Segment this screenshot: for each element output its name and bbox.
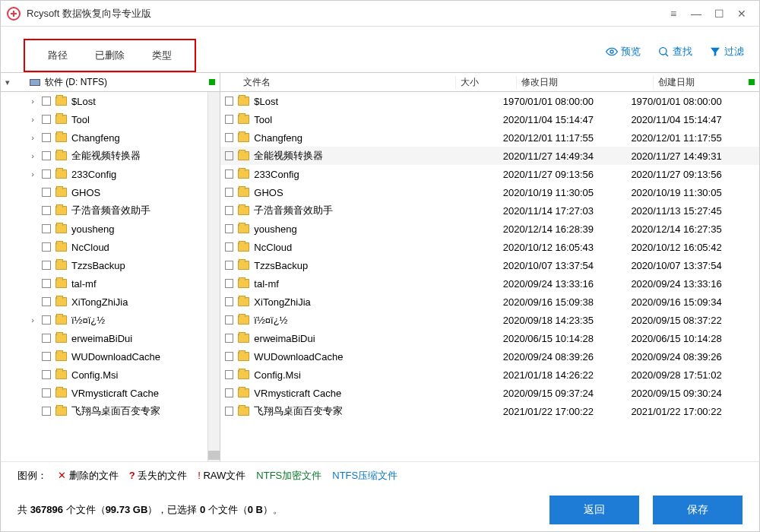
tree-item-checkbox[interactable] bbox=[42, 169, 51, 179]
tree-item-checkbox[interactable] bbox=[42, 115, 51, 124]
tree-item-checkbox[interactable] bbox=[42, 224, 51, 233]
row-checkbox[interactable] bbox=[225, 315, 233, 325]
tree-item-checkbox[interactable] bbox=[42, 133, 51, 142]
col-header-size[interactable]: 大小 bbox=[456, 76, 517, 89]
tree-item-checkbox[interactable] bbox=[42, 97, 51, 106]
maximize-button[interactable]: ☐ bbox=[708, 8, 730, 20]
tree-item[interactable]: WUDownloadCache bbox=[1, 347, 207, 366]
table-row[interactable]: 飞翔鸟桌面百变专家2021/01/22 17:00:222021/01/22 1… bbox=[220, 402, 759, 420]
row-checkbox[interactable] bbox=[225, 133, 233, 142]
tree-item-checkbox[interactable] bbox=[42, 334, 51, 343]
expand-icon[interactable]: › bbox=[28, 315, 37, 325]
tree-item[interactable]: tal-mf bbox=[1, 274, 207, 293]
tree-item[interactable]: XiTongZhiJia bbox=[1, 293, 207, 311]
expand-icon[interactable]: › bbox=[28, 97, 37, 106]
tree-body[interactable]: ›$Lost›Tool›Changfeng›全能视频转换器›233ConfigG… bbox=[1, 92, 207, 461]
table-row[interactable]: $Lost1970/01/01 08:00:001970/01/01 08:00… bbox=[220, 92, 759, 110]
minimize-button[interactable]: — bbox=[685, 8, 708, 20]
tree-item[interactable]: GHOS bbox=[1, 183, 207, 201]
tree-item-checkbox[interactable] bbox=[42, 297, 51, 306]
tree-item[interactable]: ›Tool bbox=[1, 110, 207, 128]
table-row[interactable]: VRmysticraft Cache2020/09/15 09:37:24202… bbox=[220, 384, 759, 402]
row-checkbox[interactable] bbox=[225, 334, 233, 343]
tree-item-checkbox[interactable] bbox=[42, 370, 51, 379]
tree-item[interactable]: TzzsBackup bbox=[1, 256, 207, 274]
table-row[interactable]: tal-mf2020/09/24 13:33:162020/09/24 13:3… bbox=[220, 274, 759, 293]
tree-item-checkbox[interactable] bbox=[42, 261, 51, 270]
table-row[interactable]: GHOS2020/10/19 11:30:052020/10/19 11:30:… bbox=[220, 183, 759, 201]
tree-item-checkbox[interactable] bbox=[42, 279, 51, 288]
table-row[interactable]: Changfeng2020/12/01 11:17:552020/12/01 1… bbox=[220, 128, 759, 147]
tree-item-checkbox[interactable] bbox=[42, 151, 51, 160]
tree-root-row[interactable]: ▾ 软件 (D: NTFS) bbox=[1, 73, 220, 92]
table-row[interactable]: WUDownloadCache2020/09/24 08:39:262020/0… bbox=[220, 347, 759, 366]
tree-item[interactable]: ›233Config bbox=[1, 165, 207, 183]
table-row[interactable]: 全能视频转换器2020/11/27 14:49:342020/11/27 14:… bbox=[220, 147, 759, 165]
tab-type[interactable]: 类型 bbox=[138, 49, 185, 62]
table-row[interactable]: 子浩音频音效助手2020/11/14 17:27:032020/11/13 15… bbox=[220, 201, 759, 220]
expand-icon[interactable]: › bbox=[28, 115, 37, 124]
row-checkbox[interactable] bbox=[225, 407, 233, 416]
filter-button[interactable]: 过滤 bbox=[709, 45, 744, 59]
tree-item[interactable]: Config.Msi bbox=[1, 366, 207, 384]
table-row[interactable]: XiTongZhiJia2020/09/16 15:09:382020/09/1… bbox=[220, 293, 759, 311]
tree-item[interactable]: VRmysticraft Cache bbox=[1, 384, 207, 402]
tree-scroll-thumb[interactable] bbox=[208, 451, 220, 460]
row-checkbox[interactable] bbox=[225, 224, 233, 233]
tree-item-checkbox[interactable] bbox=[42, 407, 51, 416]
tree-item[interactable]: ›ï½¤ï¿½ bbox=[1, 311, 207, 329]
tree-item-checkbox[interactable] bbox=[42, 388, 51, 397]
col-header-modified[interactable]: 修改日期 bbox=[517, 76, 654, 89]
tree-item-checkbox[interactable] bbox=[42, 352, 51, 361]
table-row[interactable]: ï½¤ï¿½2020/09/18 14:23:352020/09/15 08:3… bbox=[220, 311, 759, 329]
tree-item[interactable]: ›$Lost bbox=[1, 92, 207, 110]
tree-item-checkbox[interactable] bbox=[42, 315, 51, 325]
row-checkbox[interactable] bbox=[225, 169, 233, 179]
tree-item[interactable]: NcCloud bbox=[1, 238, 207, 256]
tree-item-checkbox[interactable] bbox=[42, 242, 51, 252]
expand-icon[interactable]: › bbox=[28, 133, 37, 142]
preview-button[interactable]: 预览 bbox=[606, 45, 641, 59]
table-row[interactable]: yousheng2020/12/14 16:28:392020/12/14 16… bbox=[220, 220, 759, 238]
table-row[interactable]: 233Config2020/11/27 09:13:562020/11/27 0… bbox=[220, 165, 759, 183]
col-header-created[interactable]: 创建日期 bbox=[654, 76, 749, 89]
row-checkbox[interactable] bbox=[225, 151, 233, 160]
row-checkbox[interactable] bbox=[225, 279, 233, 288]
tree-item[interactable]: 飞翔鸟桌面百变专家 bbox=[1, 402, 207, 420]
row-checkbox[interactable] bbox=[225, 297, 233, 306]
row-checkbox[interactable] bbox=[225, 97, 233, 106]
save-button[interactable]: 保存 bbox=[653, 496, 743, 524]
row-checkbox[interactable] bbox=[225, 115, 233, 124]
row-checkbox[interactable] bbox=[225, 206, 233, 215]
tree-collapse-icon[interactable]: ▾ bbox=[5, 78, 10, 87]
back-button[interactable]: 返回 bbox=[549, 496, 639, 524]
tree-scrollbar[interactable] bbox=[207, 92, 220, 461]
row-checkbox[interactable] bbox=[225, 352, 233, 361]
table-row[interactable]: TzzsBackup2020/10/07 13:37:542020/10/07 … bbox=[220, 256, 759, 274]
row-checkbox[interactable] bbox=[225, 388, 233, 397]
table-row[interactable]: Config.Msi2021/01/18 14:26:222020/09/28 … bbox=[220, 366, 759, 384]
tree-item[interactable]: erweimaBiDui bbox=[1, 329, 207, 347]
table-row[interactable]: erweimaBiDui2020/06/15 10:14:282020/06/1… bbox=[220, 329, 759, 347]
col-header-name[interactable]: 文件名 bbox=[239, 76, 456, 89]
table-row[interactable]: Tool2020/11/04 15:14:472020/11/04 15:14:… bbox=[220, 110, 759, 128]
menu-button[interactable]: ≡ bbox=[662, 8, 685, 20]
row-checkbox[interactable] bbox=[225, 188, 233, 197]
tree-item[interactable]: ›Changfeng bbox=[1, 128, 207, 147]
table-row[interactable]: NcCloud2020/10/12 16:05:432020/10/12 16:… bbox=[220, 238, 759, 256]
tree-item[interactable]: ›全能视频转换器 bbox=[1, 147, 207, 165]
tree-item[interactable]: yousheng bbox=[1, 220, 207, 238]
tree-item-checkbox[interactable] bbox=[42, 188, 51, 197]
row-checkbox[interactable] bbox=[225, 242, 233, 252]
tab-deleted[interactable]: 已删除 bbox=[81, 49, 138, 62]
row-checkbox[interactable] bbox=[225, 261, 233, 270]
row-checkbox[interactable] bbox=[225, 370, 233, 379]
tree-item-checkbox[interactable] bbox=[42, 206, 51, 215]
expand-icon[interactable]: › bbox=[28, 169, 37, 179]
tree-item[interactable]: 子浩音频音效助手 bbox=[1, 201, 207, 220]
grid-body[interactable]: $Lost1970/01/01 08:00:001970/01/01 08:00… bbox=[220, 92, 759, 461]
close-button[interactable]: ✕ bbox=[730, 8, 753, 20]
expand-icon[interactable]: › bbox=[28, 151, 37, 160]
search-button[interactable]: 查找 bbox=[657, 45, 692, 59]
tab-path[interactable]: 路径 bbox=[34, 49, 81, 62]
